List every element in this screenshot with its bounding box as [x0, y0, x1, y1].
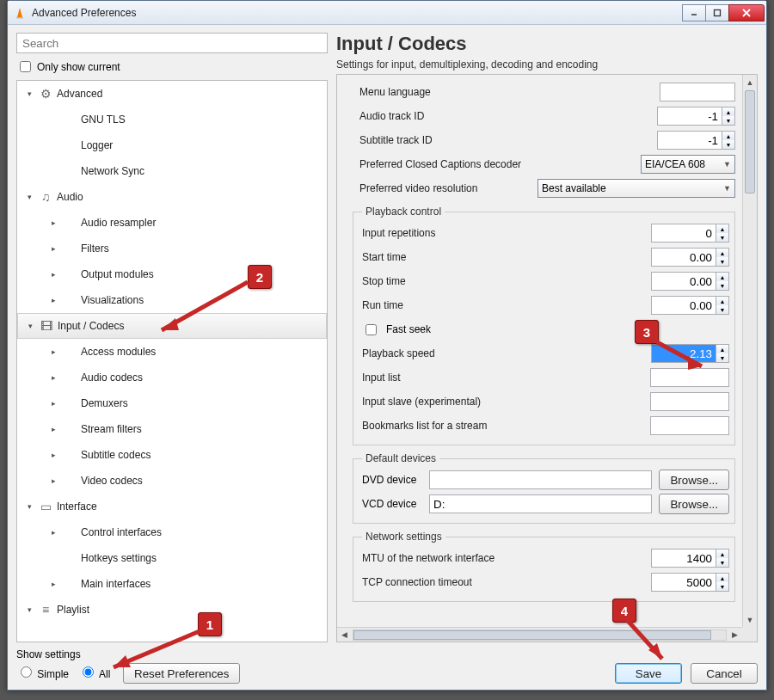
all-radio[interactable] [83, 666, 94, 678]
spinner-icon[interactable]: ▲▼ [716, 272, 729, 291]
scroll-left-icon[interactable]: ◀ [337, 630, 352, 639]
tree-item[interactable]: ▸Access modules [17, 339, 327, 365]
tree-item[interactable]: ▾▭Interface [17, 494, 327, 519]
input-list-input[interactable] [650, 368, 729, 387]
audio-track-id-input[interactable] [657, 107, 722, 126]
expand-arrow-icon[interactable]: ▸ [48, 399, 58, 408]
expand-arrow-icon[interactable]: ▸ [48, 244, 58, 253]
tree-item[interactable]: ▸Subtitle codecs [17, 442, 327, 468]
search-input[interactable] [16, 33, 328, 53]
spinner-icon[interactable]: ▲▼ [722, 131, 735, 150]
expand-arrow-icon[interactable]: ▸ [48, 451, 58, 459]
expand-arrow-icon[interactable]: ▸ [48, 580, 58, 588]
tree-item[interactable]: GNU TLS [17, 107, 327, 132]
run-time-input[interactable] [651, 296, 716, 315]
tree-item[interactable]: ▸Visualizations [17, 287, 327, 313]
expand-arrow-icon[interactable]: ▾ [24, 193, 34, 201]
expand-arrow-icon[interactable]: ▸ [48, 528, 58, 537]
tree-item[interactable]: ▸Audio codecs [17, 365, 327, 390]
scroll-down-icon[interactable]: ▼ [743, 612, 757, 627]
tree-item[interactable]: ▸Demuxers [17, 390, 327, 416]
expand-arrow-icon[interactable]: ▾ [24, 502, 34, 511]
spinner-icon[interactable]: ▲▼ [716, 549, 729, 568]
input-slave-input[interactable] [650, 392, 729, 411]
tree-item[interactable]: ▾♫Audio [17, 184, 327, 210]
tcp-timeout-input[interactable] [651, 573, 716, 592]
expand-arrow-icon[interactable]: ▸ [48, 347, 58, 356]
tcp-timeout-label: TCP connection timeout [362, 576, 644, 588]
network-legend: Network settings [362, 531, 445, 543]
mtu-input[interactable] [651, 549, 716, 568]
start-time-input[interactable] [651, 248, 716, 267]
expand-arrow-icon[interactable]: ▸ [48, 270, 58, 279]
video-res-combo[interactable]: Best available▼ [538, 179, 735, 198]
video-res-label: Preferred video resolution [359, 182, 531, 194]
playback-legend: Playback control [362, 206, 445, 218]
save-button[interactable]: Save [615, 663, 682, 684]
simple-radio[interactable] [21, 666, 32, 678]
tree-item[interactable]: Logger [17, 132, 327, 158]
expand-arrow-icon[interactable]: ▾ [24, 89, 34, 98]
cc-decoder-combo[interactable]: EIA/CEA 608▼ [641, 155, 735, 174]
tree-item[interactable]: ▸Filters [17, 236, 327, 261]
vertical-scrollbar[interactable]: ▲ ▼ [742, 75, 757, 627]
expand-arrow-icon[interactable]: ▸ [48, 296, 58, 304]
tree-item[interactable]: ▾⚙Advanced [17, 81, 327, 107]
tree-item[interactable]: ▸Audio resampler [17, 210, 327, 236]
horizontal-scrollbar[interactable]: ◀ ▶ [337, 627, 742, 642]
tree-item-label: Output modules [81, 268, 154, 280]
vcd-device-input[interactable] [429, 494, 652, 513]
title-bar[interactable]: Advanced Preferences [8, 1, 766, 25]
tree-item[interactable]: ▸Control interfaces [17, 519, 327, 545]
tree-item-label: Subtitle codecs [81, 449, 150, 461]
spinner-icon[interactable]: ▲▼ [716, 248, 729, 267]
bookmarks-input[interactable] [650, 416, 729, 435]
tree-item[interactable]: Hotkeys settings [17, 545, 327, 571]
tree-item[interactable]: ▸Main interfaces [17, 571, 327, 597]
spinner-icon[interactable]: ▲▼ [722, 107, 735, 126]
spinner-icon[interactable]: ▲▼ [716, 296, 729, 315]
expand-arrow-icon[interactable]: ▸ [48, 425, 58, 433]
input-slave-label: Input slave (experimental) [362, 396, 643, 408]
vcd-browse-button[interactable]: Browse... [659, 494, 729, 514]
maximize-button[interactable] [705, 4, 729, 21]
tree-item[interactable]: ▾≡Playlist [17, 597, 327, 623]
scroll-right-icon[interactable]: ▶ [728, 630, 742, 639]
only-show-current-checkbox[interactable] [20, 61, 31, 72]
chevron-down-icon: ▼ [723, 160, 731, 169]
tree-item-label: Audio [57, 191, 83, 203]
tree-item-label: Network Sync [81, 165, 144, 177]
stop-time-input[interactable] [651, 272, 716, 291]
simple-radio-label[interactable]: Simple [16, 668, 69, 680]
tree-item[interactable]: Network Sync [17, 158, 327, 184]
dvd-browse-button[interactable]: Browse... [659, 470, 729, 490]
dvd-device-input[interactable] [429, 470, 652, 489]
expand-arrow-icon[interactable]: ▾ [24, 605, 34, 614]
fast-seek-checkbox[interactable] [366, 324, 377, 335]
svg-marker-0 [17, 8, 22, 17]
tree-item[interactable]: ▸Video codecs [17, 468, 327, 494]
tree-item[interactable]: ▸Output modules [17, 261, 327, 287]
all-radio-label[interactable]: All [78, 668, 110, 680]
scroll-up-icon[interactable]: ▲ [743, 75, 757, 89]
input-rep-input[interactable] [651, 224, 716, 243]
tree-item[interactable]: ▸Stream filters [17, 416, 327, 442]
reset-preferences-button[interactable]: Reset Preferences [123, 663, 240, 684]
close-button[interactable] [728, 4, 765, 21]
subtitle-track-id-input[interactable] [657, 131, 722, 150]
category-tree[interactable]: ▾⚙AdvancedGNU TLSLoggerNetwork Sync▾♫Aud… [17, 81, 327, 642]
spinner-icon[interactable]: ▲▼ [716, 224, 729, 243]
cancel-button[interactable]: Cancel [691, 663, 758, 684]
expand-arrow-icon[interactable]: ▸ [48, 476, 58, 485]
scroll-thumb[interactable] [353, 630, 711, 640]
expand-arrow-icon[interactable]: ▸ [48, 218, 58, 227]
tree-item[interactable]: ▾🎞Input / Codecs [17, 313, 327, 339]
scroll-thumb[interactable] [745, 90, 755, 193]
expand-arrow-icon[interactable]: ▸ [48, 373, 58, 382]
playback-speed-input[interactable] [651, 344, 716, 363]
expand-arrow-icon[interactable]: ▾ [25, 322, 35, 330]
spinner-icon[interactable]: ▲▼ [716, 573, 729, 592]
minimize-button[interactable] [682, 4, 706, 21]
menu-language-input[interactable] [660, 83, 735, 101]
spinner-icon[interactable]: ▲▼ [716, 344, 729, 363]
